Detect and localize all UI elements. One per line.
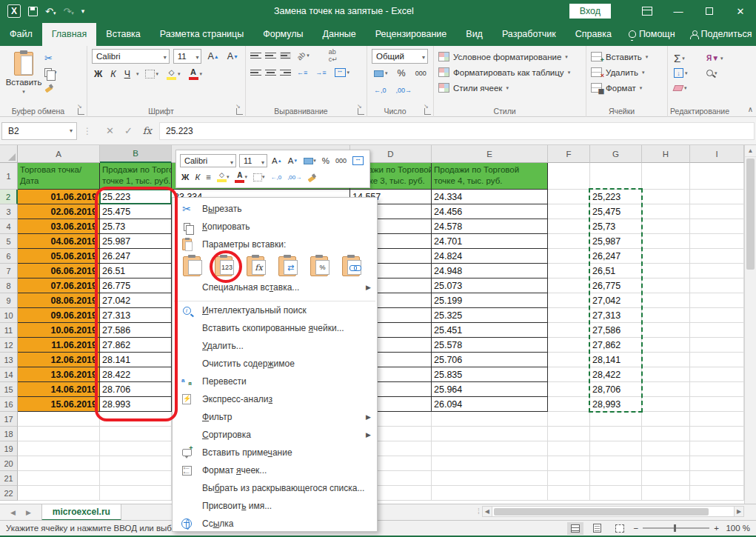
cell-G2[interactable]: 25,223 bbox=[590, 190, 642, 204]
cell-E21[interactable] bbox=[432, 471, 548, 486]
row-header-14[interactable]: 14 bbox=[0, 367, 18, 382]
cell-I20[interactable] bbox=[690, 456, 744, 471]
row-header-22[interactable]: 22 bbox=[0, 486, 18, 501]
cell-G1[interactable] bbox=[590, 163, 642, 190]
cell-I10[interactable] bbox=[690, 308, 744, 323]
cell-B16[interactable]: 28.993 bbox=[100, 397, 172, 412]
cell-B22[interactable] bbox=[100, 486, 172, 501]
cell-B8[interactable]: 26.775 bbox=[100, 278, 172, 293]
cell-I18[interactable] bbox=[690, 427, 744, 441]
cell-I2[interactable] bbox=[690, 190, 744, 204]
row-header-15[interactable]: 15 bbox=[0, 382, 18, 397]
cell-E22[interactable] bbox=[432, 486, 548, 501]
paste-keep-source-icon[interactable] bbox=[181, 255, 208, 277]
cell-A16[interactable]: 15.06.2019 bbox=[18, 397, 100, 412]
cell-I9[interactable] bbox=[690, 293, 744, 308]
cell-E15[interactable]: 25.964 bbox=[432, 382, 548, 397]
clear-button[interactable]: ▾ bbox=[674, 81, 700, 94]
cell-I11[interactable] bbox=[690, 323, 744, 338]
menu-item-1[interactable]: Копировать bbox=[173, 218, 377, 236]
column-header-F[interactable]: F bbox=[548, 145, 590, 163]
mini-grow-font-button[interactable]: А▲ bbox=[270, 156, 284, 165]
tab-данные[interactable]: Данные bbox=[313, 23, 366, 46]
cell-H5[interactable] bbox=[642, 234, 690, 249]
column-header-I[interactable]: I bbox=[690, 145, 744, 163]
cell-B6[interactable]: 26.247 bbox=[100, 249, 172, 264]
cell-I13[interactable] bbox=[690, 353, 744, 367]
menu-item-4[interactable]: Специальная вставка...▶ bbox=[173, 278, 377, 296]
increase-indent-icon[interactable]: →≡ bbox=[313, 66, 328, 79]
paste-transpose-icon[interactable]: ⇄ bbox=[277, 255, 304, 277]
cell-G12[interactable]: 27,862 bbox=[590, 338, 642, 353]
sort-filter-button[interactable]: Я▼▾ bbox=[706, 52, 736, 64]
cell-E14[interactable]: 25.835 bbox=[432, 367, 548, 382]
cell-E1[interactable]: Продажи по Торговой точке 4, тыс. руб. bbox=[432, 163, 548, 190]
cell-F22[interactable] bbox=[548, 486, 590, 501]
row-header-3[interactable]: 3 bbox=[0, 204, 18, 219]
menu-item-14[interactable]: Вставить примечание bbox=[173, 444, 377, 461]
cell-E8[interactable]: 25.073 bbox=[432, 278, 548, 293]
mini-thousands-button[interactable]: 000 bbox=[334, 157, 348, 164]
normal-view-button[interactable] bbox=[567, 522, 583, 535]
cell-F7[interactable] bbox=[548, 264, 590, 278]
cell-A18[interactable] bbox=[18, 427, 100, 441]
cell-F1[interactable] bbox=[548, 163, 590, 190]
cell-H2[interactable] bbox=[642, 190, 690, 204]
mini-bold-button[interactable]: Ж bbox=[180, 173, 190, 181]
cell-A1[interactable]: Торговая точка/ Дата bbox=[18, 163, 100, 190]
cell-B11[interactable]: 27.586 bbox=[100, 323, 172, 338]
mini-italic-button[interactable]: К bbox=[193, 173, 201, 181]
cell-B3[interactable]: 25.475 bbox=[100, 204, 172, 219]
row-header-17[interactable]: 17 bbox=[0, 412, 18, 427]
cell-F15[interactable] bbox=[548, 382, 590, 397]
clipboard-dialog-launcher[interactable] bbox=[78, 108, 84, 115]
styles-item-0[interactable]: Условное форматирование▾ bbox=[438, 49, 581, 64]
cell-H20[interactable] bbox=[642, 456, 690, 471]
comma-style-button[interactable]: 000 bbox=[413, 67, 429, 80]
cell-A2[interactable]: 01.06.2019 bbox=[18, 190, 100, 204]
undo-button[interactable]: ↶▾ bbox=[45, 7, 56, 16]
cell-I5[interactable] bbox=[690, 234, 744, 249]
underline-button[interactable]: Ч bbox=[122, 67, 133, 81]
row-header-12[interactable]: 12 bbox=[0, 338, 18, 353]
close-button[interactable]: ✕ bbox=[725, 0, 756, 22]
cell-E4[interactable]: 24.578 bbox=[432, 219, 548, 234]
zoom-out-button[interactable]: − bbox=[634, 524, 639, 533]
cell-A9[interactable]: 08.06.2019 bbox=[18, 293, 100, 308]
cell-H22[interactable] bbox=[642, 486, 690, 501]
cell-I3[interactable] bbox=[690, 204, 744, 219]
cell-F18[interactable] bbox=[548, 427, 590, 441]
row-header-21[interactable]: 21 bbox=[0, 471, 18, 486]
cell-E9[interactable]: 25.199 bbox=[432, 293, 548, 308]
paste-button[interactable]: Вставить ▾ bbox=[4, 49, 43, 96]
find-select-button[interactable]: ▾ bbox=[706, 67, 736, 79]
cell-A21[interactable] bbox=[18, 471, 100, 486]
row-header-10[interactable]: 10 bbox=[0, 308, 18, 323]
cell-E3[interactable]: 24.456 bbox=[432, 204, 548, 219]
cell-B19[interactable] bbox=[100, 441, 172, 456]
minimize-button[interactable]: — bbox=[663, 0, 694, 22]
cell-A20[interactable] bbox=[18, 456, 100, 471]
row-header-19[interactable]: 19 bbox=[0, 441, 18, 456]
save-icon[interactable] bbox=[28, 7, 38, 16]
mini-font-name-select[interactable]: Calibri▾ bbox=[180, 154, 236, 167]
cell-E7[interactable]: 24.948 bbox=[432, 264, 548, 278]
number-format-select[interactable]: Общий▾ bbox=[372, 49, 428, 64]
maximize-button[interactable] bbox=[694, 0, 725, 22]
cell-A8[interactable]: 07.06.2019 bbox=[18, 278, 100, 293]
redo-button[interactable]: ↷▾ bbox=[63, 7, 73, 16]
cell-H21[interactable] bbox=[642, 471, 690, 486]
cell-I17[interactable] bbox=[690, 412, 744, 427]
cell-H19[interactable] bbox=[642, 441, 690, 456]
row-header-7[interactable]: 7 bbox=[0, 264, 18, 278]
decrease-indent-icon[interactable]: ←≡ bbox=[295, 66, 310, 79]
select-all-corner[interactable] bbox=[0, 145, 18, 163]
cell-E17[interactable] bbox=[432, 412, 548, 427]
page-break-view-button[interactable] bbox=[612, 522, 628, 535]
cell-I12[interactable] bbox=[690, 338, 744, 353]
column-header-A[interactable]: A bbox=[18, 145, 100, 163]
cell-E20[interactable] bbox=[432, 456, 548, 471]
cell-F17[interactable] bbox=[548, 412, 590, 427]
cell-I16[interactable] bbox=[690, 397, 744, 412]
mini-fill-color-button[interactable]: ◇▾ bbox=[215, 172, 231, 182]
